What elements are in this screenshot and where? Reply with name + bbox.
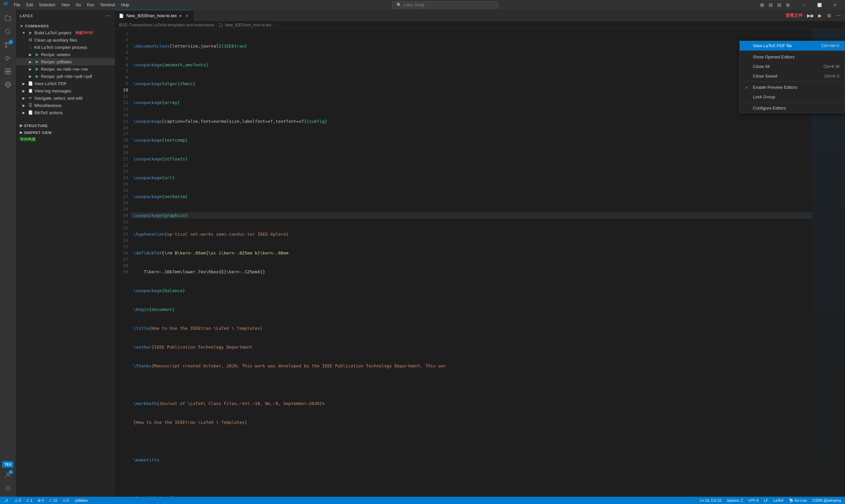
enable-preview-label: Enable Preview Editors [753, 85, 837, 90]
close-button[interactable]: ✕ [827, 0, 842, 10]
status-info[interactable]: ⊗ 0 [36, 497, 45, 504]
menu-edit[interactable]: Edit [23, 2, 36, 8]
layout-sidebar-icon[interactable]: ⊞ [758, 1, 766, 8]
status-extra[interactable]: ⚠ 0 [61, 497, 70, 504]
tree-item-recipe-xelatex[interactable]: ▶ ▶ Recipe: xelatex [16, 51, 115, 58]
tab-bar: 📄 New_IEEEtran_how-to.tex ● ✕ 查看文件 ▶▶ ▶ … [115, 10, 845, 21]
status-language[interactable]: LaTeX [772, 497, 785, 504]
menu-item-enable-preview[interactable]: ✓ Enable Preview Editors [740, 83, 845, 92]
misc-arrow: ▶ [21, 103, 27, 108]
menu-selection[interactable]: Selection [36, 2, 58, 8]
menu-sep-3 [740, 102, 845, 103]
menu-file[interactable]: File [11, 2, 23, 8]
commands-section[interactable]: ▼ COMMANDS [16, 23, 115, 29]
activity-settings[interactable] [2, 482, 14, 494]
split-editor-icon[interactable]: ⧉ [825, 12, 833, 19]
layout-panel-icon[interactable]: ⊟ [767, 1, 774, 8]
code-editor: 12345 6789 10 1112131415 1617181920 2122… [115, 29, 845, 497]
status-cursor-name[interactable]: pdflatex [75, 498, 88, 502]
menu-item-view-latex-pdf[interactable]: View LaTeX PDF file Ctrl+Alt+V [740, 41, 845, 51]
code-line-15: \begin{document} [131, 306, 812, 312]
menu-item-close-saved[interactable]: Close Saved Ctrl+K U [740, 71, 845, 81]
status-hints[interactable]: ✓ 13 [48, 497, 58, 504]
code-line-17: \author{IEEE Publication Technology Depa… [131, 344, 812, 350]
status-left: ⎇ ⚠ 0 ⚠ 1 ⊗ 0 ✓ 13 ⚠ 0 [3, 497, 70, 504]
misc-icon: ☰ [28, 103, 33, 108]
menu-item-close-all[interactable]: Close All Ctrl+K W [740, 62, 845, 71]
code-content[interactable]: \documentclass[lettersize,journal]{IEEEt… [131, 29, 812, 497]
code-line-9: \usepackage{verbatim} [131, 193, 812, 200]
status-encoding[interactable]: UTF-8 [747, 497, 760, 504]
tree-item-clean-aux[interactable]: ⊟ Clean up auxiliary files [16, 36, 115, 43]
view-log-icon: 📋 [28, 88, 33, 93]
activity-search[interactable] [2, 26, 14, 38]
breadcrumb-item-3[interactable]: ... [276, 23, 279, 28]
menu-terminal[interactable]: Terminal [98, 2, 118, 8]
menu-run[interactable]: Run [84, 2, 97, 8]
line-numbers: 12345 6789 10 1112131415 1617181920 2122… [115, 29, 131, 497]
activity-earth[interactable] [2, 78, 14, 90]
menu-help[interactable]: Help [119, 2, 132, 8]
layout-split-icon[interactable]: ⧉ [784, 1, 792, 8]
search-box[interactable]: 🔍 Latex Study [392, 1, 498, 8]
maximize-button[interactable]: ⬜ [812, 0, 827, 10]
activity-source-control[interactable]: 1 [2, 39, 14, 51]
tree-item-build-latex[interactable]: ▼ ▶ Build LaTeX project 构建为PDF [16, 29, 115, 36]
tree-item-kill-latex[interactable]: □ Kill LaTeX compiler process [16, 43, 115, 51]
menu-go[interactable]: Go [73, 2, 84, 8]
svg-rect-5 [8, 69, 11, 71]
structure-panel[interactable]: ▶ STRUCTURE [16, 122, 115, 128]
tree-item-view-latex-pdf[interactable]: ▶ 📄 View LaTeX PDF [16, 80, 115, 87]
line-col-text: Ln 10, Col 22 [700, 498, 722, 502]
status-spaces[interactable]: Spaces: 2 [725, 497, 744, 504]
tree-item-recipe-pdf-bib[interactable]: ▶ ▶ Recipe: pdf->bib->pdf->pdf [16, 73, 115, 80]
status-line-endings[interactable]: LF [762, 497, 769, 504]
status-right: Ln 10, Col 22 Spaces: 2 UTF-8 LF LaTeX 📡… [699, 497, 842, 504]
activity-bottom: TEX 1 [2, 461, 14, 497]
wait-annotation: 等待构建 [16, 135, 115, 144]
xe-bib-arrow: ▶ [28, 66, 33, 72]
tab-close-btn[interactable]: ✕ [184, 13, 190, 18]
status-git-branch[interactable]: ⎇ [3, 497, 11, 504]
svg-point-1 [5, 46, 7, 48]
sidebar-more-btn[interactable]: ⋯ [104, 13, 111, 19]
activity-account[interactable]: 1 [2, 469, 14, 481]
code-line-12: \def\BibTeX{\rm B\kern-.05em{\sc i\kern-… [131, 250, 812, 256]
tree-item-view-log[interactable]: ▶ 📋 View log messages [16, 87, 115, 94]
editor-area: 📄 New_IEEEtran_how-to.tex ● ✕ 查看文件 ▶▶ ▶ … [115, 10, 845, 497]
status-csdn[interactable]: CSDN @adnyting [811, 497, 842, 504]
view-latex-icon: 📄 [28, 81, 33, 86]
tree-item-navigate[interactable]: ▶ ✏ Navigate, select, and edit [16, 94, 115, 102]
tab-new-ieeetran[interactable]: 📄 New_IEEEtran_how-to.tex ● ✕ [115, 10, 194, 21]
menu-view[interactable]: View [58, 2, 72, 8]
tree-item-recipe-pdflatex[interactable]: ▶ ▶ Recipe: pdflatex [16, 58, 115, 65]
tree-item-bibtex[interactable]: ▶ 📑 BibTeX actions [16, 109, 115, 116]
status-errors[interactable]: ⚠ 0 [13, 497, 22, 504]
breadcrumb-item-1[interactable]: IEEE-Transactions-LaTeXe-templates-and-i… [119, 23, 214, 28]
run-debug-icon [4, 54, 12, 62]
status-line-col[interactable]: Ln 10, Col 22 [699, 497, 723, 504]
activity-run-debug[interactable] [2, 52, 14, 64]
tree-item-recipe-xe-bib[interactable]: ▶ ▶ Recipe: xe->bib->xe->xe [16, 65, 115, 73]
run-all-icon[interactable]: ▶▶ [807, 12, 815, 19]
minimize-button[interactable]: ─ [797, 0, 812, 10]
menu-item-configure-editors[interactable]: Configure Editors [740, 103, 845, 113]
status-go-live[interactable]: 📡 Go Live [788, 497, 808, 504]
layout-statusbar-icon[interactable]: ⊟ [776, 1, 783, 8]
search-icon: 🔍 [397, 3, 402, 7]
breadcrumb-item-2[interactable]: New_IEEEtran_how-to.tex [225, 23, 271, 28]
tree-item-misc[interactable]: ▶ ☰ Miscellaneous [16, 102, 115, 109]
more-actions-icon[interactable]: ⋯ [834, 12, 842, 19]
svg-rect-4 [5, 69, 7, 71]
run-icon[interactable]: ▶ [816, 12, 824, 19]
lock-group-label: Lock Group [753, 94, 837, 100]
spaces-text: Spaces: 2 [727, 498, 743, 502]
tex-badge[interactable]: TEX [2, 461, 13, 468]
menu-item-lock-group[interactable]: Lock Group [740, 92, 845, 102]
activity-extensions[interactable] [2, 65, 14, 77]
snippet-view-panel[interactable]: ▶ SNIPPET VIEW [16, 128, 115, 135]
status-warnings[interactable]: ⚠ 1 [25, 497, 34, 504]
activity-explorer[interactable] [2, 13, 14, 24]
tab-icon: 📄 [119, 14, 124, 18]
menu-item-show-opened[interactable]: Show Opened Editors [740, 52, 845, 62]
